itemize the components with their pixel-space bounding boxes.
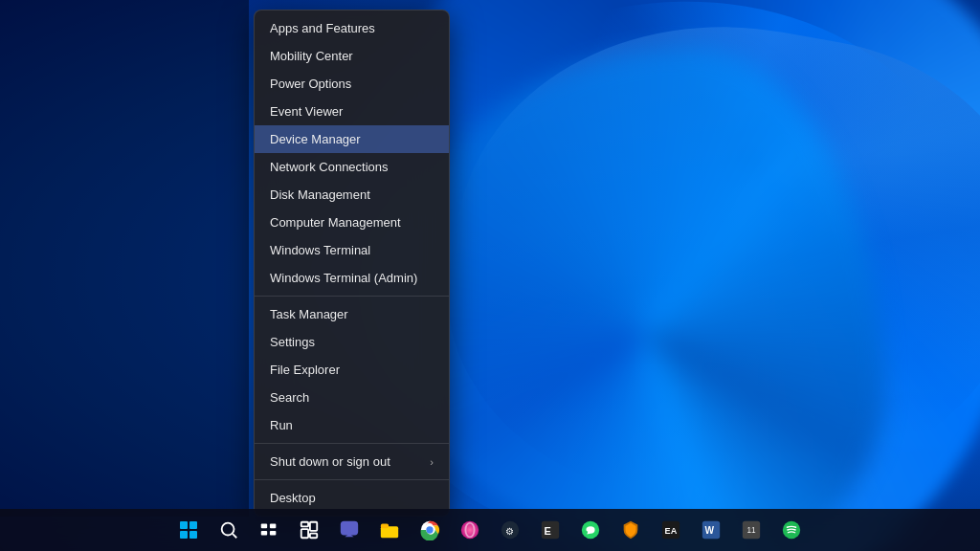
menu-item-network-connections[interactable]: Network Connections: [255, 153, 449, 181]
menu-item-power-options[interactable]: Power Options: [255, 70, 449, 98]
left-panel: [0, 0, 249, 517]
menu-item-label-settings: Settings: [270, 335, 315, 349]
svg-point-14: [426, 526, 433, 533]
svg-text:W: W: [705, 525, 715, 536]
file-explorer-button[interactable]: [370, 511, 409, 549]
opera-button[interactable]: [451, 511, 489, 549]
menu-item-file-explorer[interactable]: File Explorer: [255, 356, 449, 384]
start-button[interactable]: [169, 511, 208, 549]
word-button[interactable]: W: [692, 511, 730, 549]
menu-separator: [255, 443, 449, 444]
menu-item-windows-terminal[interactable]: Windows Terminal: [255, 236, 449, 264]
menu-item-label-event-viewer: Event Viewer: [270, 104, 343, 119]
taskbar-icons-group: ⚙EEAW11: [169, 511, 811, 549]
menu-item-label-network-connections: Network Connections: [270, 160, 389, 174]
menu-item-label-file-explorer: File Explorer: [270, 363, 340, 377]
antivirus-button[interactable]: [612, 511, 650, 549]
svg-rect-6: [301, 522, 308, 527]
menu-item-task-manager[interactable]: Task Manager: [255, 300, 449, 328]
taskbar: ⚙EEAW11: [0, 509, 980, 551]
menu-item-label-search: Search: [270, 390, 309, 405]
menu-item-search[interactable]: Search: [255, 384, 449, 411]
notification-badge-button[interactable]: 11: [732, 511, 770, 549]
ea-app-button[interactable]: EA: [652, 511, 690, 549]
menu-item-computer-management[interactable]: Computer Management: [255, 209, 449, 236]
svg-rect-8: [310, 522, 317, 531]
menu-item-label-windows-terminal-admin: Windows Terminal (Admin): [270, 271, 417, 285]
menu-item-event-viewer[interactable]: Event Viewer: [255, 98, 449, 125]
svg-text:E: E: [545, 525, 551, 537]
menu-item-label-computer-management: Computer Management: [270, 215, 401, 230]
spotify-button[interactable]: [772, 511, 811, 549]
menu-item-label-power-options: Power Options: [270, 77, 351, 91]
svg-rect-9: [310, 534, 317, 539]
whatsapp-button[interactable]: [571, 511, 610, 549]
svg-text:⚙: ⚙: [505, 526, 514, 537]
chat-button[interactable]: [330, 511, 368, 549]
menu-item-windows-terminal-admin[interactable]: Windows Terminal (Admin): [255, 264, 449, 292]
svg-rect-5: [270, 531, 276, 536]
svg-rect-2: [261, 524, 267, 529]
menu-item-disk-management[interactable]: Disk Management: [255, 181, 449, 209]
menu-item-device-manager[interactable]: Device Manager: [255, 125, 449, 153]
svg-point-0: [222, 523, 234, 536]
svg-text:11: 11: [746, 526, 756, 535]
menu-item-label-desktop: Desktop: [270, 491, 316, 505]
svg-rect-3: [270, 524, 276, 529]
menu-separator: [255, 479, 449, 480]
task-view-button[interactable]: [250, 511, 288, 549]
menu-item-shut-down[interactable]: Shut down or sign out›: [255, 448, 449, 475]
svg-line-1: [233, 534, 236, 538]
submenu-arrow-icon: ›: [430, 456, 434, 468]
menu-item-apps-features[interactable]: Apps and Features: [255, 14, 449, 42]
widgets-button[interactable]: [290, 511, 328, 549]
chrome-button[interactable]: [411, 511, 449, 549]
menu-item-label-mobility-center: Mobility Center: [270, 49, 353, 63]
svg-rect-12: [381, 524, 389, 529]
menu-item-label-apps-features: Apps and Features: [270, 21, 375, 35]
menu-item-label-device-manager: Device Manager: [270, 132, 361, 146]
menu-item-settings[interactable]: Settings: [255, 328, 449, 356]
svg-rect-4: [261, 531, 267, 536]
menu-item-label-windows-terminal: Windows Terminal: [270, 243, 370, 257]
steam-button[interactable]: ⚙: [491, 511, 529, 549]
epic-games-button[interactable]: E: [531, 511, 569, 549]
menu-item-mobility-center[interactable]: Mobility Center: [255, 42, 449, 70]
search-taskbar-button[interactable]: [210, 511, 248, 549]
svg-rect-7: [301, 529, 308, 538]
svg-text:EA: EA: [665, 526, 678, 536]
menu-item-label-disk-management: Disk Management: [270, 187, 370, 202]
menu-item-run[interactable]: Run: [255, 411, 449, 439]
context-menu: Apps and FeaturesMobility CenterPower Op…: [254, 10, 450, 517]
menu-item-desktop[interactable]: Desktop: [255, 484, 449, 512]
menu-separator: [255, 296, 449, 297]
menu-item-label-shut-down: Shut down or sign out: [270, 454, 390, 469]
menu-item-label-task-manager: Task Manager: [270, 307, 348, 321]
svg-rect-10: [341, 521, 358, 536]
menu-item-label-run: Run: [270, 418, 293, 432]
svg-point-28: [783, 521, 800, 539]
